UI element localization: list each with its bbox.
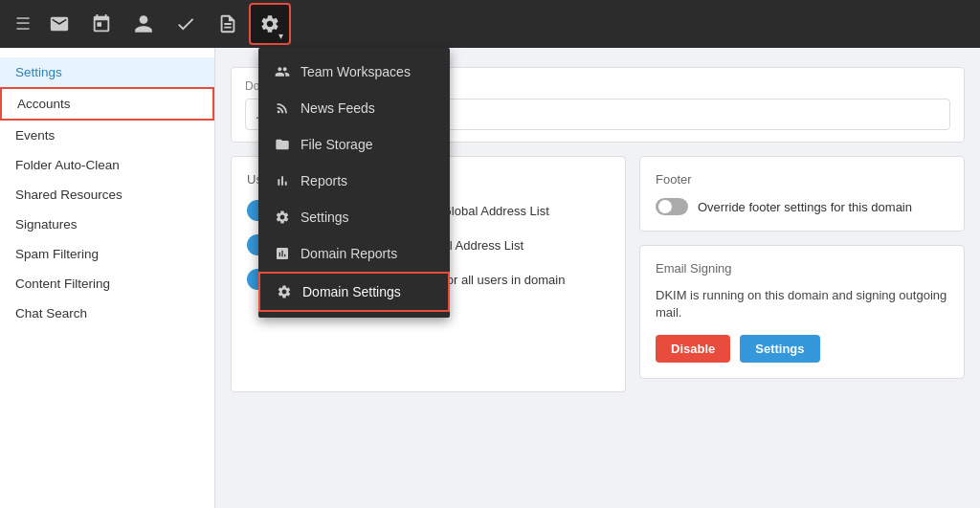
bar-chart-icon xyxy=(274,172,291,189)
sidebar-item-folder-auto-clean[interactable]: Folder Auto-Clean xyxy=(0,150,214,180)
footer-card: Footer Override footer settings for this… xyxy=(639,156,965,232)
dropdown-item-news-feeds[interactable]: News Feeds xyxy=(258,90,450,126)
sidebar-item-events[interactable]: Events xyxy=(0,121,214,150)
footer-card-title: Footer xyxy=(656,172,948,187)
sidebar-item-chat-search[interactable]: Chat Search xyxy=(0,298,214,328)
sidebar-item-settings[interactable]: Settings xyxy=(0,57,214,87)
sidebar-item-shared-resources[interactable]: Shared Resources xyxy=(0,180,214,210)
dropdown-item-file-storage[interactable]: File Storage xyxy=(258,126,450,163)
email-signing-title: Email Signing xyxy=(656,261,948,276)
calendar-icon[interactable] xyxy=(80,3,122,45)
hamburger-icon[interactable]: ☰ xyxy=(8,6,38,42)
mail-icon[interactable] xyxy=(38,3,80,45)
dropdown-menu: Team Workspaces News Feeds File Storage xyxy=(258,48,450,318)
dropdown-item-domain-settings[interactable]: Domain Settings xyxy=(258,272,450,312)
dropdown-item-domain-reports[interactable]: Domain Reports xyxy=(258,235,450,272)
main-layout: Settings Accounts Events Folder Auto-Cle… xyxy=(0,48,980,508)
footer-toggle-row: Override footer settings for this domain xyxy=(656,198,948,215)
rss-icon xyxy=(274,99,291,117)
notes-icon[interactable] xyxy=(207,3,249,45)
main-content: Team Workspaces News Feeds File Storage xyxy=(215,48,980,508)
sidebar-item-spam-filtering[interactable]: Spam Filtering xyxy=(0,239,214,269)
tasks-icon[interactable] xyxy=(165,3,207,45)
sidebar: Settings Accounts Events Folder Auto-Cle… xyxy=(0,48,215,508)
settings-button[interactable]: Settings xyxy=(740,335,819,363)
disable-button[interactable]: Disable xyxy=(656,335,730,363)
domain-report-icon xyxy=(274,245,291,262)
dropdown-item-reports[interactable]: Reports xyxy=(258,163,450,199)
footer-toggle-label: Override footer settings for this domain xyxy=(698,200,912,214)
dropdown-item-settings[interactable]: Settings xyxy=(258,199,450,235)
domain-settings-icon xyxy=(276,283,293,300)
email-signing-buttons: Disable Settings xyxy=(656,335,948,363)
footer-toggle[interactable] xyxy=(656,198,688,215)
sidebar-item-content-filtering[interactable]: Content Filtering xyxy=(0,269,214,298)
sidebar-item-accounts[interactable]: Accounts xyxy=(0,87,214,121)
email-signing-card: Email Signing DKIM is running on this do… xyxy=(639,245,965,379)
gear-icon xyxy=(274,209,291,226)
contacts-icon[interactable] xyxy=(122,3,165,45)
team-icon xyxy=(274,63,291,80)
dropdown-item-team-workspaces[interactable]: Team Workspaces xyxy=(258,54,450,90)
right-column: Footer Override footer settings for this… xyxy=(639,156,965,392)
topbar: ☰ ▾ xyxy=(0,0,980,48)
sidebar-item-signatures[interactable]: Signatures xyxy=(0,210,214,239)
email-signing-description: DKIM is running on this domain and signi… xyxy=(656,287,948,321)
file-icon xyxy=(274,136,291,153)
settings-icon[interactable]: ▾ xyxy=(249,3,291,45)
